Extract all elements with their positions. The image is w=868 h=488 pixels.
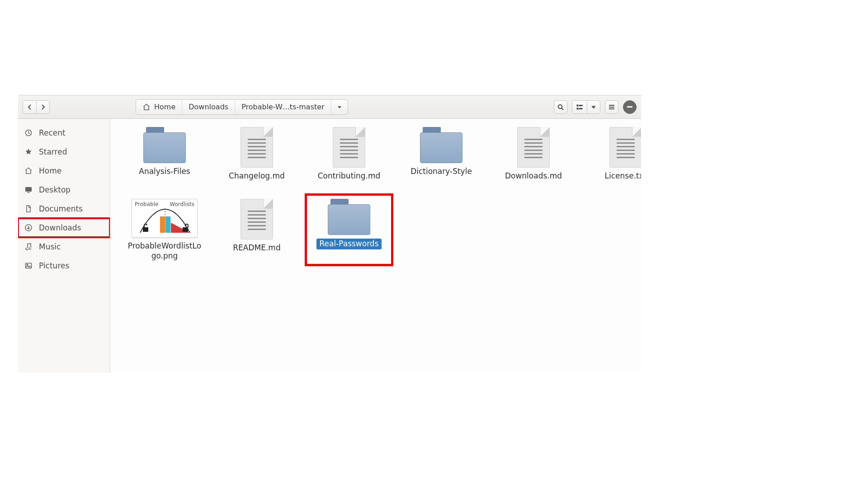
- file-item[interactable]: README.md: [216, 199, 297, 261]
- file-grid[interactable]: Analysis-Files Changelog.md Contributing…: [110, 119, 641, 373]
- download-icon: [24, 224, 33, 232]
- view-buttons: [572, 100, 600, 114]
- desktop-icon: [24, 186, 33, 194]
- sidebar-item-music[interactable]: Music: [18, 237, 110, 256]
- path-segment-label: Probable-W…ts-master: [241, 103, 325, 111]
- svg-rect-7: [27, 192, 30, 193]
- image-thumbnail: Probable Wordlists: [132, 199, 198, 238]
- folder-item[interactable]: Analysis-Files: [124, 127, 205, 181]
- text-file-icon: [517, 127, 550, 168]
- image-item[interactable]: Probable Wordlists Pr: [124, 199, 205, 261]
- path-segment-current[interactable]: Probable-W…ts-master: [235, 100, 331, 114]
- sidebar-item-label: Desktop: [39, 185, 71, 194]
- back-button[interactable]: [23, 100, 36, 114]
- chevron-left-icon: [26, 103, 33, 111]
- file-item[interactable]: Downloads.md: [493, 127, 574, 181]
- item-label: Analysis-Files: [139, 167, 190, 176]
- item-label: Dictionary-Style: [410, 167, 472, 176]
- minimize-button[interactable]: [623, 100, 637, 114]
- sidebar-item-recent[interactable]: Recent: [18, 123, 110, 142]
- minimize-icon: [627, 106, 632, 108]
- music-icon: [24, 243, 33, 251]
- svg-rect-15: [183, 227, 188, 232]
- sidebar-item-documents[interactable]: Documents: [18, 199, 110, 218]
- home-icon: [142, 103, 151, 111]
- svg-rect-9: [26, 263, 32, 268]
- svg-rect-13: [165, 216, 170, 233]
- svg-point-10: [27, 264, 28, 266]
- sidebar-item-pictures[interactable]: Pictures: [18, 256, 110, 275]
- sidebar-item-label: Documents: [39, 204, 83, 213]
- text-file-icon: [333, 127, 365, 168]
- list-view-icon: [576, 103, 583, 111]
- svg-rect-2: [579, 105, 582, 106]
- sidebar-item-label: Starred: [39, 147, 67, 156]
- path-segment-label: Downloads: [189, 103, 228, 111]
- clock-icon: [24, 129, 33, 137]
- file-item[interactable]: Changelog.md: [216, 127, 297, 181]
- svg-rect-6: [25, 187, 32, 192]
- hamburger-icon: [608, 103, 615, 111]
- toolbar: Home Downloads Probable-W…ts-master: [18, 95, 641, 119]
- item-label: README.md: [233, 243, 280, 253]
- item-label: Changelog.md: [229, 171, 285, 181]
- svg-rect-14: [143, 227, 148, 232]
- path-segment-downloads[interactable]: Downloads: [182, 100, 235, 114]
- folder-item-selected[interactable]: Real-Passwords: [308, 199, 390, 261]
- svg-rect-4: [579, 108, 582, 109]
- sidebar-item-label: Home: [39, 166, 61, 175]
- svg-point-0: [558, 104, 562, 108]
- forward-button[interactable]: [36, 100, 50, 114]
- view-mode-button[interactable]: [572, 100, 587, 114]
- nav-buttons: [23, 100, 50, 114]
- caret-down-icon: [590, 103, 597, 111]
- path-segment-label: Home: [154, 103, 175, 111]
- sidebar: Recent Starred Home Desktop: [18, 119, 110, 373]
- sidebar-item-label: Downloads: [39, 223, 81, 232]
- text-file-icon: [241, 127, 273, 168]
- view-options-button[interactable]: [587, 100, 600, 114]
- path-dropdown-button[interactable]: [331, 100, 348, 114]
- sidebar-item-desktop[interactable]: Desktop: [18, 180, 110, 199]
- sidebar-item-home[interactable]: Home: [18, 161, 110, 180]
- caret-down-icon: [336, 103, 343, 111]
- folder-icon: [143, 127, 186, 163]
- sidebar-item-downloads[interactable]: Downloads: [18, 218, 110, 237]
- sidebar-item-label: Pictures: [39, 261, 69, 270]
- file-item[interactable]: Contributing.md: [308, 127, 390, 181]
- folder-item[interactable]: Dictionary-Style: [401, 127, 482, 181]
- file-item[interactable]: License.txt: [585, 127, 641, 181]
- folder-icon: [420, 127, 462, 163]
- hamburger-menu-button[interactable]: [605, 100, 618, 114]
- svg-rect-3: [577, 108, 578, 109]
- path-bar: Home Downloads Probable-W…ts-master: [136, 99, 348, 115]
- path-segment-home[interactable]: Home: [136, 100, 182, 114]
- document-icon: [24, 205, 33, 213]
- sidebar-item-starred[interactable]: Starred: [18, 142, 110, 161]
- text-file-icon: [241, 199, 273, 239]
- folder-icon: [328, 199, 370, 235]
- svg-rect-12: [160, 216, 165, 233]
- item-label: Downloads.md: [505, 171, 562, 181]
- item-label: License.txt: [605, 171, 641, 181]
- file-manager-window: Home Downloads Probable-W…ts-master: [18, 95, 641, 373]
- text-file-icon: [609, 127, 641, 168]
- sidebar-item-label: Recent: [39, 128, 66, 137]
- sidebar-item-label: Music: [39, 242, 61, 251]
- item-label: Real-Passwords: [316, 239, 381, 249]
- search-icon: [557, 103, 564, 111]
- search-button[interactable]: [554, 100, 567, 114]
- pictures-icon: [24, 262, 33, 270]
- body: Recent Starred Home Desktop: [18, 119, 641, 373]
- svg-rect-1: [577, 105, 578, 106]
- item-label: Contributing.md: [318, 171, 381, 181]
- chevron-right-icon: [39, 103, 47, 111]
- item-label: ProbableWordlistLogo.png: [126, 241, 203, 261]
- home-icon: [24, 167, 33, 175]
- star-icon: [24, 148, 33, 156]
